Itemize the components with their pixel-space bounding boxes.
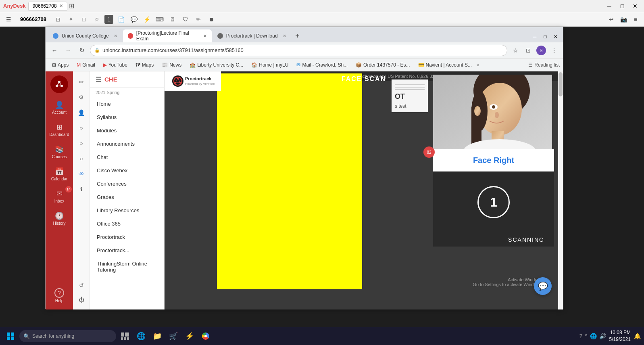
edit-icon-btn[interactable]: ✏ xyxy=(75,75,88,88)
tab1-close[interactable]: ✕ xyxy=(114,33,117,39)
toolbar-chat-icon[interactable]: 💬 xyxy=(129,14,139,25)
eye-icon-btn[interactable]: 👁 xyxy=(75,167,88,180)
taskbar-edge-icon[interactable]: 🌐 xyxy=(134,329,148,343)
toolbar-settings-icon[interactable]: ≡ xyxy=(630,14,641,25)
menu-item-office365[interactable]: Office 365 xyxy=(90,217,164,230)
bookmark-liberty[interactable]: 🏫 Liberty University C... xyxy=(186,61,246,69)
tab2-close[interactable]: ✕ xyxy=(203,33,207,39)
settings-icon-btn[interactable]: ⚙ xyxy=(75,91,88,104)
toolbar-screenshot2-icon[interactable]: 📷 xyxy=(618,14,629,25)
taskbar-task-view[interactable] xyxy=(118,329,132,343)
browser-minimize-btn[interactable]: ─ xyxy=(530,32,540,42)
browser-close-btn[interactable]: ✕ xyxy=(551,32,561,42)
menu-item-chat[interactable]: Chat xyxy=(90,151,164,164)
toolbar-history-icon[interactable]: ↩ xyxy=(606,14,617,25)
circle2-icon-btn[interactable]: ○ xyxy=(75,137,88,150)
system-clock[interactable]: 10:08 PM 5/19/2021 xyxy=(609,329,631,343)
chat-button[interactable]: 💬 xyxy=(534,277,552,295)
address-bar[interactable]: 🔒 unioncc.instructure.com/courses/37911/… xyxy=(90,45,507,56)
tray-network-icon[interactable]: 🌐 xyxy=(590,333,597,339)
sidebar-item-inbox[interactable]: ✉ 14 Inbox xyxy=(48,187,71,206)
taskbar-chrome-icon[interactable]: ⚡ xyxy=(182,329,197,343)
notification-circle[interactable]: 82 xyxy=(423,146,435,158)
tray-notification-icon[interactable]: 🔔 xyxy=(634,333,641,339)
toolbar-action-icon[interactable]: ⚡ xyxy=(142,14,152,25)
sidebar-item-history[interactable]: 🕐 History xyxy=(48,209,71,228)
browser-restore-btn[interactable]: □ xyxy=(540,32,550,42)
menu-item-cisco[interactable]: Cisco Webex xyxy=(90,164,164,177)
menu-item-library[interactable]: Library Resources xyxy=(90,204,164,217)
anydesk-new-tab[interactable]: ⊞ xyxy=(69,2,74,10)
reading-list-btn[interactable]: ☰ Reading list xyxy=(528,62,560,68)
reset-icon-btn[interactable]: ↺ xyxy=(75,279,88,292)
canvas-logo[interactable] xyxy=(50,75,68,93)
bookmark-apps[interactable]: ⊞ Apps xyxy=(49,61,72,69)
hamburger-menu[interactable]: ☰ xyxy=(96,75,101,83)
menu-item-proctortrack1[interactable]: Proctortrack xyxy=(90,230,164,244)
bookmark-gmail[interactable]: M Gmail xyxy=(73,61,98,69)
info-icon-btn[interactable]: ℹ xyxy=(75,183,88,196)
tray-help-icon[interactable]: ? xyxy=(579,333,582,339)
scrollbar-area[interactable] xyxy=(558,71,563,309)
scrollbar-thumb[interactable] xyxy=(559,72,563,96)
bookmark-star-icon[interactable]: ☆ xyxy=(510,45,521,56)
anydesk-tab-close[interactable]: ✕ xyxy=(59,3,63,8)
menu-item-syllabus[interactable]: Syllabus xyxy=(90,111,164,124)
toolbar-display-icon[interactable]: 🖥 xyxy=(167,14,178,25)
forward-button[interactable]: → xyxy=(63,45,74,56)
toolbar-pen-icon[interactable]: ✏ xyxy=(193,14,204,25)
circle3-icon-btn[interactable]: ○ xyxy=(75,152,88,165)
toolbar-screenshot-icon[interactable]: ⊡ xyxy=(53,14,63,25)
bookmark-news[interactable]: 📰 News xyxy=(158,61,185,69)
bookmark-mylu[interactable]: 🏠 Home | myLU xyxy=(248,61,292,69)
toolbar-shield-icon[interactable]: 🛡 xyxy=(180,14,191,25)
browser-tab-2[interactable]: [Proctoring]Lecture Final Exam ✕ xyxy=(123,29,212,42)
taskbar-chrome2-icon[interactable] xyxy=(198,329,213,343)
overflow-indicator[interactable]: » xyxy=(477,62,479,68)
toolbar-star-icon[interactable]: ☆ xyxy=(92,14,102,25)
toolbar-num1-icon[interactable]: 1 xyxy=(104,15,113,24)
taskbar-explorer-icon[interactable]: 📁 xyxy=(150,329,165,343)
back-button[interactable]: ← xyxy=(49,45,60,56)
bookmark-order[interactable]: 📦 Order 1437570 - Es... xyxy=(352,61,413,69)
menu-item-modules[interactable]: Modules xyxy=(90,124,164,137)
tab3-close[interactable]: ✕ xyxy=(283,33,286,39)
anydesk-minimize-btn[interactable]: ─ xyxy=(604,2,615,10)
anydesk-close-btn[interactable]: ✕ xyxy=(629,2,641,10)
sidebar-item-courses[interactable]: 📚 Courses xyxy=(48,142,71,161)
bookmark-maps[interactable]: 🗺 Maps xyxy=(132,61,157,69)
start-button[interactable] xyxy=(3,329,18,343)
refresh-button[interactable]: ↻ xyxy=(76,45,88,56)
anydesk-tab[interactable]: 906662708 ✕ xyxy=(28,2,67,10)
circle-icon-btn[interactable]: ○ xyxy=(75,121,88,134)
new-tab-button[interactable]: + xyxy=(292,30,303,42)
sidebar-item-help[interactable]: ? Help xyxy=(48,286,71,305)
sidebar-item-dashboard[interactable]: ⊞ Dashboard xyxy=(48,120,71,139)
menu-item-home[interactable]: Home xyxy=(90,97,164,111)
taskbar-store-icon[interactable]: 🛒 xyxy=(166,329,181,343)
bookmark-youtube[interactable]: ▶ YouTube xyxy=(100,61,131,69)
menu-item-conferences[interactable]: Conferences xyxy=(90,177,164,190)
tray-up-icon[interactable]: ^ xyxy=(585,333,588,339)
profile-btn[interactable]: S xyxy=(536,45,547,56)
menu-item-proctortrack2[interactable]: Proctortrack... xyxy=(90,244,164,257)
toolbar-doc-icon[interactable]: 📄 xyxy=(116,14,126,25)
bookmark-navient[interactable]: 💳 Navient | Account S... xyxy=(415,61,475,69)
menu-item-thinkingstorm[interactable]: ThinkingStorm Online Tutoring xyxy=(90,257,164,276)
taskbar-search[interactable]: 🔍 Search for anything xyxy=(19,330,116,342)
toolbar-keyboard-icon[interactable]: ⌨ xyxy=(154,14,165,25)
bookmark-mail[interactable]: ✉ Mail - Crawford, Sh... xyxy=(293,61,351,69)
menu-item-announcements[interactable]: Announcements xyxy=(90,137,164,151)
anydesk-maximize-btn[interactable]: □ xyxy=(617,2,628,10)
menu-item-grades[interactable]: Grades xyxy=(90,190,164,204)
toolbar-window-icon[interactable]: □ xyxy=(79,14,89,25)
sidebar-item-calendar[interactable]: 📅 Calendar xyxy=(48,165,71,184)
sidebar-item-account[interactable]: 👤 Account xyxy=(48,98,71,117)
power-icon-btn[interactable]: ⏻ xyxy=(75,293,88,306)
browser-settings-icon[interactable]: ⋮ xyxy=(548,45,560,56)
tray-volume-icon[interactable]: 🔊 xyxy=(599,333,606,339)
extension-icon[interactable]: ⊡ xyxy=(523,45,534,56)
toolbar-menu-icon[interactable]: ☰ xyxy=(3,14,14,25)
toolbar-cursor-icon[interactable]: ⌖ xyxy=(66,14,76,25)
browser-tab-1[interactable]: Union County College ✕ xyxy=(48,29,122,42)
